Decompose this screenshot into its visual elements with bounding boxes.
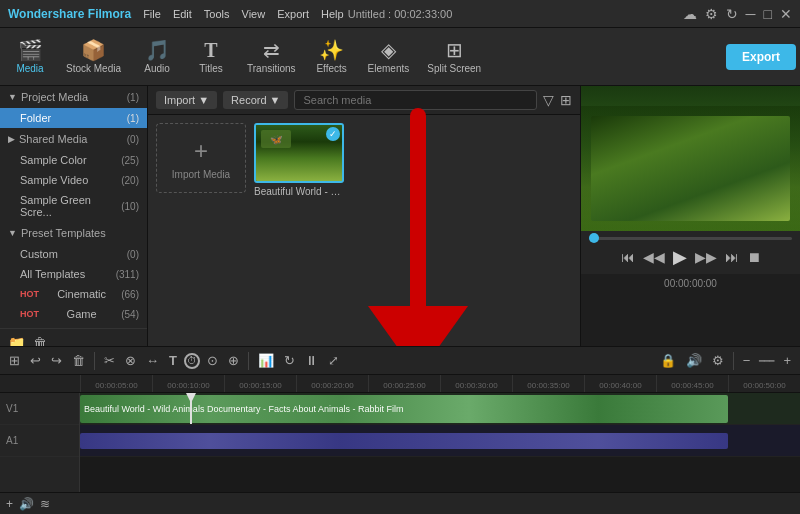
import-placeholder[interactable]: + Import Media (156, 123, 246, 193)
cloud-icon[interactable]: ☁ (683, 6, 697, 22)
menu-edit[interactable]: Edit (173, 8, 192, 20)
fast-forward-icon[interactable]: ▶▶ (695, 249, 717, 265)
menu-view[interactable]: View (242, 8, 266, 20)
sample-green-label: Sample Green Scre... (20, 194, 121, 218)
toolbar-effects[interactable]: ✨ Effects (306, 32, 358, 82)
app-logo: Wondershare Filmora (8, 7, 131, 21)
track-headers: V1 A1 (0, 393, 80, 492)
track-content: Beautiful World - Wild Animals Documenta… (80, 393, 800, 492)
filter-icon[interactable]: ▽ (543, 92, 554, 108)
tl-zoom-in-btn[interactable]: + (780, 351, 794, 370)
toolbar-audio[interactable]: 🎵 Audio (131, 32, 183, 82)
grid-view-icon[interactable]: ⊞ (560, 92, 572, 108)
track-header-audio: A1 (0, 425, 79, 457)
transitions-label: Transitions (247, 63, 296, 74)
menu-tools[interactable]: Tools (204, 8, 230, 20)
timeline-ruler[interactable]: 00:00:05:00 00:00:10:00 00:00:15:00 00:0… (0, 375, 800, 393)
sidebar-item-sample-video[interactable]: Sample Video (20) (0, 170, 147, 190)
tl-timer-btn[interactable]: ⏱ (184, 353, 200, 369)
tl-pause-btn[interactable]: ⏸ (302, 351, 321, 370)
search-input[interactable] (294, 90, 537, 110)
sidebar-item-all-templates[interactable]: All Templates (311) (0, 264, 147, 284)
menu-export[interactable]: Export (277, 8, 309, 20)
sidebar-item-custom[interactable]: Custom (0) (0, 244, 147, 264)
timeline-toolbar: ⊞ ↩ ↪ 🗑 ✂ ⊗ ↔ T ⏱ ⊙ ⊕ 📊 ↻ ⏸ ⤢ 🔒 🔊 ⚙ − ━━… (0, 347, 800, 375)
hot-badge-cinematic: HOT (20, 289, 39, 299)
split-screen-label: Split Screen (427, 63, 481, 74)
toolbar-media[interactable]: 🎬 Media (4, 32, 56, 82)
tl-plus-btn[interactable]: ⊕ (225, 351, 242, 370)
toolbar-elements[interactable]: ◈ Elements (360, 32, 418, 82)
tl-speaker-btn[interactable]: 🔊 (683, 351, 705, 370)
titles-icon: T (204, 40, 217, 60)
tl-circle-btn[interactable]: ⊙ (204, 351, 221, 370)
prev-frame-icon[interactable]: ⏮ (621, 249, 635, 265)
sidebar-item-game[interactable]: HOT Game (54) (0, 304, 147, 324)
audio-mute-icon[interactable]: 🔊 (19, 497, 34, 511)
menu-file[interactable]: File (143, 8, 161, 20)
waveform-icon[interactable]: ≋ (40, 497, 50, 511)
tl-zoom-out-btn[interactable]: − (740, 351, 754, 370)
tl-settings-btn[interactable]: ⚙ (709, 351, 727, 370)
all-templates-count: (311) (116, 269, 139, 280)
tl-undo-btn[interactable]: ↩ (27, 351, 44, 370)
sidebar-item-sample-green[interactable]: Sample Green Scre... (10) (0, 190, 147, 222)
video-track-label: V1 (6, 403, 18, 414)
tl-redo-btn[interactable]: ↪ (48, 351, 65, 370)
toolbar-transitions[interactable]: ⇄ Transitions (239, 32, 304, 82)
tl-crop-btn[interactable]: ⊗ (122, 351, 139, 370)
tl-stretch-btn[interactable]: ↔ (143, 351, 162, 370)
sidebar-item-sample-color[interactable]: Sample Color (25) (0, 150, 147, 170)
toolbar-split-screen[interactable]: ⊞ Split Screen (419, 32, 489, 82)
rewind-icon[interactable]: ◀◀ (643, 249, 665, 265)
effects-icon: ✨ (319, 40, 344, 60)
titles-label: Titles (199, 63, 223, 74)
minimize-icon[interactable]: ─ (746, 6, 756, 22)
track-header-video: V1 (0, 393, 79, 425)
sidebar-item-folder[interactable]: Folder (1) (0, 108, 147, 128)
preview-progress[interactable] (589, 237, 792, 240)
sidebar-item-cinematic[interactable]: HOT Cinematic (66) (0, 284, 147, 304)
stop-icon[interactable]: ⏹ (747, 249, 761, 265)
sidebar-section-project-media[interactable]: ▼ Project Media (1) (0, 86, 147, 108)
tl-text-btn[interactable]: T (166, 351, 180, 370)
window-title: Untitled : 00:02:33:00 (348, 8, 453, 20)
import-button[interactable]: Import ▼ (156, 91, 217, 109)
timeline-playhead[interactable] (190, 393, 192, 424)
progress-thumb[interactable] (589, 233, 599, 243)
toolbar-stock-media[interactable]: 📦 Stock Media (58, 32, 129, 82)
video-track-lane[interactable]: Beautiful World - Wild Animals Documenta… (80, 393, 800, 425)
ruler-mark-9: 00:00:50:00 (728, 375, 800, 392)
play-button[interactable]: ▶ (673, 246, 687, 268)
export-button[interactable]: Export (726, 44, 796, 70)
toolbar-titles[interactable]: T Titles (185, 32, 237, 82)
record-button[interactable]: Record ▼ (223, 91, 288, 109)
add-folder-icon[interactable]: 📁 (8, 335, 25, 346)
next-frame-icon[interactable]: ⏭ (725, 249, 739, 265)
add-track-icon[interactable]: + (6, 497, 13, 511)
sidebar-section-preset-templates[interactable]: ▼ Preset Templates (0, 222, 147, 244)
maximize-icon[interactable]: □ (764, 6, 772, 22)
refresh-icon[interactable]: ↻ (726, 6, 738, 22)
ruler-mark-4: 00:00:25:00 (368, 375, 440, 392)
video-clip[interactable]: Beautiful World - Wild Animals Documenta… (80, 395, 728, 423)
tl-cut-btn[interactable]: ✂ (101, 351, 118, 370)
tl-grid-btn[interactable]: ⊞ (6, 351, 23, 370)
delete-icon[interactable]: 🗑 (33, 335, 47, 346)
tl-fullscreen-btn[interactable]: ⤢ (325, 351, 342, 370)
arrow-icon: ▼ (8, 228, 17, 238)
window-controls: ☁ ⚙ ↻ ─ □ ✕ (683, 6, 792, 22)
all-templates-label: All Templates (20, 268, 85, 280)
media-thumb-beautiful-world[interactable]: 🦋 ✓ Beautiful World - Wild A... (254, 123, 344, 197)
tl-vol-btn[interactable]: 📊 (255, 351, 277, 370)
audio-track-lane[interactable] (80, 425, 800, 457)
settings-icon[interactable]: ⚙ (705, 6, 718, 22)
close-icon[interactable]: ✕ (780, 6, 792, 22)
folder-label: Folder (20, 112, 51, 124)
tl-refresh-btn[interactable]: ↻ (281, 351, 298, 370)
tl-lock-btn[interactable]: 🔒 (657, 351, 679, 370)
tl-delete-btn[interactable]: 🗑 (69, 351, 88, 370)
sidebar-section-shared-media[interactable]: ▶ Shared Media (0) (0, 128, 147, 150)
effects-label: Effects (316, 63, 346, 74)
menu-help[interactable]: Help (321, 8, 344, 20)
